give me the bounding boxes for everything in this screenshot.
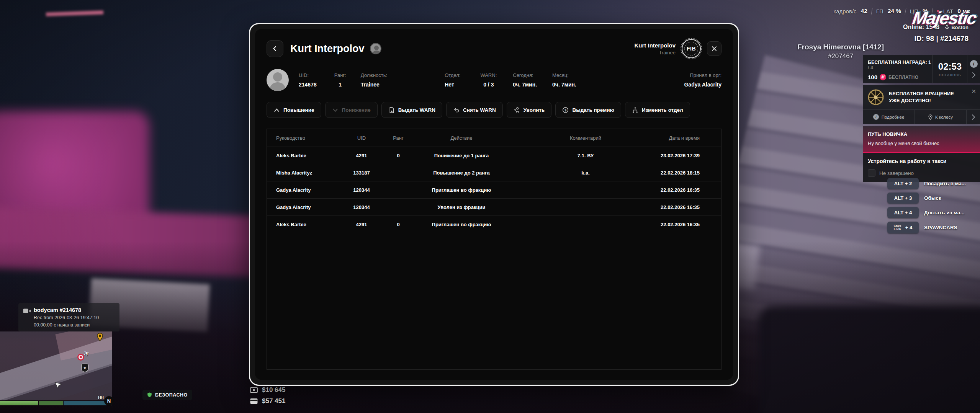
- org-chart-icon: [632, 107, 638, 113]
- promote-button[interactable]: Повышение: [267, 102, 321, 118]
- wheel-message: БЕСПЛАТНОЕ ВРАЩЕНИЕ УЖЕ ДОСТУПНО! ✕: [863, 85, 980, 109]
- col-header: Ранг: [386, 135, 410, 141]
- gpu-label: ГП: [876, 8, 883, 15]
- close-icon: [712, 46, 717, 51]
- col-header: Руководство: [267, 135, 337, 141]
- bodycam-rec-line: Rec from 2026-03-26 19:47:10: [34, 315, 115, 320]
- member-panel: Kurt Interpolov Kurt Interpolov Trainee …: [249, 23, 739, 386]
- member-summary: Kurt Interpolov Trainee: [635, 42, 676, 56]
- health-bar-segment: [39, 401, 63, 405]
- camera-icon: [23, 308, 31, 314]
- table-row[interactable]: Aleks Barbie 4291 0 Приглашен во фракцию…: [267, 216, 721, 233]
- health-bar: [0, 401, 38, 405]
- member-avatar-icon: [370, 43, 381, 54]
- bodycam-elapsed-line: 00:00:00 с начала записи: [34, 322, 115, 328]
- back-button[interactable]: [267, 40, 283, 57]
- newbie-title: ПУТЬ НОВИЧКА: [868, 131, 975, 137]
- nametag-name: Frosya Himerovna [1412]: [785, 43, 896, 51]
- close-icon[interactable]: ✕: [971, 89, 976, 94]
- location-pin-icon: [928, 114, 933, 120]
- undo-arrow-icon: [453, 107, 460, 113]
- next-button[interactable]: [966, 110, 980, 124]
- table-header: Руководство UID Ранг Действие Комментари…: [267, 129, 721, 147]
- fps-label: кадров/с: [833, 8, 856, 15]
- reward-amount: 100 M БЕСПЛАТНО: [868, 74, 933, 80]
- target-blip-icon: [77, 354, 84, 361]
- waypoint-pin-icon: [96, 333, 104, 342]
- free-reward-panel: БЕСПЛАТНАЯ НАГРАДА: 1 / 4 100 M БЕСПЛАТН…: [863, 55, 980, 83]
- close-button[interactable]: [707, 41, 722, 56]
- table-row[interactable]: Aleks Barbie 4291 0 Понижение до 1 ранга…: [267, 147, 721, 164]
- action-buttons: Повышение Понижение Выдать WARN Снять WA…: [267, 102, 722, 118]
- history-table: Руководство UID Ранг Действие Комментари…: [267, 129, 722, 370]
- fire-button[interactable]: Уволить: [507, 102, 552, 118]
- safe-zone-label: БЕЗОПАСНО: [155, 392, 188, 398]
- field-rank: Ранг: 1: [334, 72, 346, 88]
- bodycam-text: bodycam #214678 Rec from 2026-03-26 19:4…: [34, 307, 115, 328]
- table-body: Aleks Barbie 4291 0 Понижение до 1 ранга…: [267, 147, 721, 233]
- col-header: UID: [337, 135, 386, 141]
- wheel-spin-panel: БЕСПЛАТНОЕ ВРАЩЕНИЕ УЖЕ ДОСТУПНО! ✕ i По…: [863, 85, 980, 124]
- majestic-logo: Majestic: [911, 8, 978, 28]
- divider: [905, 8, 906, 15]
- bodycam-title: bodycam #214678: [34, 307, 115, 313]
- page-title: Kurt Interpolov: [290, 43, 365, 55]
- notification-stack: БЕСПЛАТНАЯ НАГРАДА: 1 / 4 100 M БЕСПЛАТН…: [863, 55, 980, 182]
- bank-card-icon: [250, 397, 258, 405]
- field-month: Месяц: 0ч. 7мин.: [552, 72, 576, 88]
- remove-warn-button[interactable]: Снять WARN: [446, 102, 503, 118]
- gpu-value: 24 %: [888, 8, 901, 15]
- safe-zone-badge: БЕЗОПАСНО: [142, 390, 192, 400]
- key-badge: ALT + 4: [887, 207, 919, 218]
- to-wheel-button[interactable]: К колесу: [915, 110, 966, 124]
- table-row[interactable]: Gadya Alacrity 120344 Приглашен во фракц…: [267, 181, 721, 199]
- task-panel: Устройтесь на работу в такси Не завершен…: [863, 153, 980, 182]
- key-badge: ALT + 2: [887, 178, 919, 189]
- cash-row: $10 645: [250, 386, 285, 394]
- change-department-button[interactable]: Изменить отдел: [625, 102, 690, 118]
- cash-value: $10 645: [262, 386, 285, 394]
- hotkey-row: Caps Lock + 4 SPAWNCARS: [887, 222, 976, 233]
- warn-document-icon: [388, 107, 395, 113]
- reward-title: БЕСПЛАТНАЯ НАГРАДА: 1 / 4: [868, 60, 933, 70]
- status-bars: [0, 401, 112, 405]
- chevron-up-icon: [273, 107, 280, 113]
- table-row[interactable]: Gadya Alacrity 120344 Уволен из фракции …: [267, 199, 721, 216]
- key-badge: ALT + 3: [887, 193, 919, 204]
- field-today: Сегодня: 0ч. 7мин.: [513, 72, 537, 88]
- hotkey-row: ALT + 3 Обыск: [887, 193, 976, 204]
- details-button[interactable]: i Подробнее: [863, 110, 915, 124]
- bank-value: $57 451: [262, 397, 285, 405]
- railroad-icon: HH: [98, 395, 103, 400]
- svg-text:$: $: [565, 108, 567, 112]
- task-checkbox[interactable]: [868, 169, 875, 177]
- hotkey-row: ALT + 2 Посадить в ма...: [887, 178, 976, 189]
- wheel-text: БЕСПЛАТНОЕ ВРАЩЕНИЕ УЖЕ ДОСТУПНО!: [889, 89, 954, 104]
- fortune-wheel-icon: [867, 89, 884, 106]
- member-name: Kurt Interpolov: [635, 42, 676, 49]
- newbie-path-panel: ПУТЬ НОВИЧКА Ну вообще у меня свой бизне…: [863, 126, 980, 153]
- col-header: Действие: [410, 135, 513, 141]
- table-row[interactable]: Misha Alacrityz 133187 Повышение до 2 ра…: [267, 164, 721, 181]
- demote-button[interactable]: Понижение: [325, 102, 378, 118]
- info-icon[interactable]: i: [970, 60, 978, 68]
- hotkey-row: ALT + 4 Достать из ма...: [887, 207, 976, 218]
- task-status: Не завершено: [879, 170, 914, 176]
- chevron-right-icon[interactable]: [972, 72, 976, 78]
- shield-icon: [147, 392, 152, 398]
- person-leave-icon: [514, 107, 520, 113]
- divider: [871, 8, 872, 15]
- col-header: Комментарий: [513, 135, 658, 141]
- give-bonus-button[interactable]: $ Выдать премию: [555, 102, 621, 118]
- col-header: Дата и время: [658, 135, 721, 141]
- give-warn-button[interactable]: Выдать WARN: [381, 102, 442, 118]
- chevron-right-icon: [972, 114, 975, 120]
- dollar-coin-icon: $: [562, 107, 569, 113]
- newbie-subtitle: Ну вообще у меня свой бизнес: [868, 140, 975, 146]
- compass-north-badge: N: [104, 396, 114, 406]
- avatar: [267, 69, 289, 91]
- reward-info: БЕСПЛАТНАЯ НАГРАДА: 1 / 4 100 M БЕСПЛАТН…: [863, 55, 933, 83]
- task-title: Устройтесь на работу в такси: [868, 158, 975, 164]
- player-id: ID: 98 | #214678: [914, 34, 969, 43]
- chevron-left-icon: [272, 46, 278, 52]
